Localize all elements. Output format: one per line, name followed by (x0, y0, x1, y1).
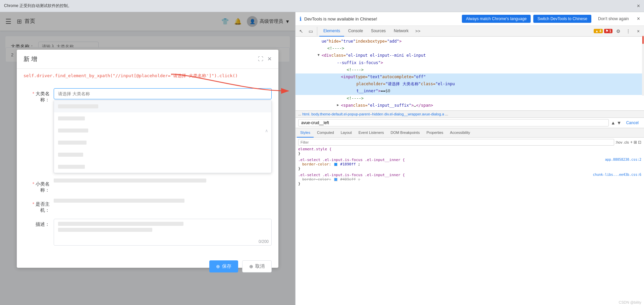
dropdown-item-3[interactable] (54, 124, 271, 137)
add-style-icon[interactable]: + (630, 140, 633, 145)
cancel-label: 取消 (255, 263, 265, 269)
device-toggle-icon[interactable]: ▭ (306, 27, 315, 36)
filter-row: :hov .cls + ⊞ ⊡ (298, 139, 641, 146)
maximize-button[interactable]: ⛶ (258, 56, 263, 62)
filter-down-arrow[interactable]: ▼ (617, 120, 622, 125)
triangle-open[interactable] (318, 52, 322, 58)
error-badge: ⚑ 1 (604, 29, 612, 33)
description-textarea[interactable]: 0/200 (54, 219, 272, 246)
more-options-icon[interactable]: ⋮ (624, 27, 633, 36)
tab-more[interactable]: >> (413, 26, 423, 37)
css-selector-line: element.style { (298, 147, 641, 151)
breadcrumb: ... html. body.theme-default.el-popup-pa… (296, 110, 644, 117)
switch-chinese-button[interactable]: Switch DevTools to Chinese (533, 15, 591, 23)
tab-event-listeners[interactable]: Event Listeners (355, 128, 387, 138)
cancel-icon: ⊕ (249, 264, 253, 269)
skeleton-item (58, 153, 83, 157)
devtools-filter-buttons: ▲ ▼ (611, 120, 622, 125)
chrome-close-button[interactable]: × (637, 3, 640, 9)
tab-computed[interactable]: Computed (314, 128, 337, 138)
skeleton-ishost (54, 199, 184, 203)
tab-styles[interactable]: Styles (297, 128, 314, 138)
devtools-notification: ℹ DevTools is now available in Chinese! … (296, 12, 644, 26)
filter-icons: + ⊞ ⊡ (630, 140, 641, 145)
code-panel: ue" hide="true" index boxtype="add" > <!… (296, 37, 644, 110)
dont-show-again-button[interactable]: Don't show again (594, 15, 633, 23)
save-icon: ⊕ (216, 264, 220, 269)
notification-close-button[interactable]: × (637, 16, 640, 22)
tab-layout[interactable]: Layout (337, 128, 355, 138)
devtools-class-filter-input[interactable] (298, 119, 609, 126)
tab-sources[interactable]: Sources (367, 26, 390, 37)
category-select[interactable]: ∧ (54, 88, 272, 173)
code-line: <!----> (296, 66, 644, 73)
breadcrumb-div[interactable]: div.el-dialog__wrapper.avue-dialog.a (384, 112, 444, 116)
devtools-toolbar-right: ▲ 4 ⚑ 1 ⚙ ⋮ × (594, 27, 643, 36)
code-line: <div class="el-input el-input--mini el-i… (296, 52, 644, 59)
form-item-ishost: * 是否主机： (23, 199, 272, 213)
tab-accessibility[interactable]: Accessibility (447, 128, 474, 138)
devtools-content: ue" hide="true" index boxtype="add" > <!… (296, 37, 644, 305)
tab-console[interactable]: Console (344, 26, 367, 37)
devtools-scrollbar-track (642, 35, 644, 96)
css-rule-2: .el-select .el-input.is-focus .el-input_… (298, 173, 641, 186)
color-swatch-1 (334, 163, 337, 166)
subcategory-control (54, 179, 272, 185)
skeleton-desc2 (58, 228, 152, 232)
form-item-description: 描述： 0/200 (23, 219, 272, 246)
devtools-tabs: Elements Console Sources Network >> (319, 26, 423, 37)
dialog-header-buttons: ⛶ ✕ (258, 56, 272, 62)
code-line-highlighted: placeholder="请选择 大类名称" class="el-inpu (296, 81, 644, 88)
dropdown-item-1[interactable] (54, 100, 271, 112)
settings-icon[interactable]: ⚙ (614, 27, 623, 36)
close-dialog-button[interactable]: ✕ (267, 56, 272, 62)
dropdown-item-4[interactable] (54, 137, 271, 149)
description-control: 0/200 (54, 219, 272, 246)
close-devtools-button[interactable]: × (634, 27, 643, 36)
devtools-panel: ℹ DevTools is now available in Chinese! … (295, 12, 644, 305)
skeleton-item (58, 129, 88, 133)
new-style-rule-icon[interactable]: ⊡ (638, 140, 641, 145)
breadcrumb-html[interactable]: html. (302, 112, 310, 116)
css-source-2[interactable]: chunk-libs...ee43b.css:6 (593, 173, 642, 176)
match-language-button[interactable]: Always match Chrome's language (462, 15, 531, 23)
triangle-closed[interactable] (337, 102, 341, 108)
skeleton-item (58, 141, 87, 145)
info-icon: ℹ (300, 16, 302, 22)
toggle-classes-icon[interactable]: ⊞ (634, 140, 637, 145)
dialog-overlay: 新 增 ⛶ ✕ self.driver.find_element_by_xpat… (0, 12, 295, 305)
textarea-count: 0/200 (259, 239, 269, 244)
notification-text: DevTools is now available in Chinese! (304, 16, 459, 21)
filter-up-arrow[interactable]: ▲ (611, 120, 615, 125)
dropdown-item-5[interactable] (54, 149, 271, 161)
styles-filter-input[interactable] (298, 139, 614, 146)
chrome-top-bar: Chrome 正受到自动测试软件的控制。 × (0, 0, 644, 12)
color-swatch-2 (334, 178, 337, 181)
css-source-1[interactable]: app.08058230.css:2 (605, 158, 641, 161)
css-rule-1-selector-line: .el-select .el-input.is-focus .el-input_… (298, 158, 641, 162)
dropdown-item-6[interactable] (54, 161, 271, 173)
css-rule-element-style: element.style { } (298, 147, 641, 156)
skeleton-item (58, 116, 85, 120)
code-line-highlighted[interactable]: <input type="text" autocomplete="off" (296, 73, 644, 81)
dropdown-item-2[interactable] (54, 112, 271, 124)
code-line-highlighted: t__inner"> == $0 (296, 88, 644, 95)
ishost-label: * 是否主机： (23, 199, 54, 213)
tab-dom-breakpoints[interactable]: DOM Breakpoints (387, 128, 423, 138)
inspector-icon[interactable]: ↖ (297, 27, 306, 36)
dialog-header: 新 增 ⛶ ✕ (17, 50, 278, 69)
add-dialog: 新 增 ⛶ ✕ self.driver.find_element_by_xpat… (17, 50, 278, 268)
filter-cancel-button[interactable]: Cancel (624, 120, 641, 126)
tab-network[interactable]: Network (390, 26, 413, 37)
save-button[interactable]: ⊕ 保存 (209, 260, 238, 272)
tab-elements[interactable]: Elements (319, 26, 344, 37)
css-rule-1: .el-select .el-input.is-focus .el-input_… (298, 158, 641, 171)
code-line: ue" hide="true" index boxtype="add" > (296, 38, 644, 45)
tab-properties[interactable]: Properties (423, 128, 446, 138)
breadcrumb-body[interactable]: body.theme-default.el-popup-parent--hidd… (311, 112, 383, 116)
devtools-scrollbar-thumb (642, 36, 644, 44)
category-select-input[interactable] (54, 88, 272, 99)
cancel-button[interactable]: ⊕ 取消 (242, 260, 272, 272)
code-line: --suffix is-focus"> (296, 59, 644, 66)
styles-tabs: Styles Computed Layout Event Listeners D… (296, 128, 644, 138)
